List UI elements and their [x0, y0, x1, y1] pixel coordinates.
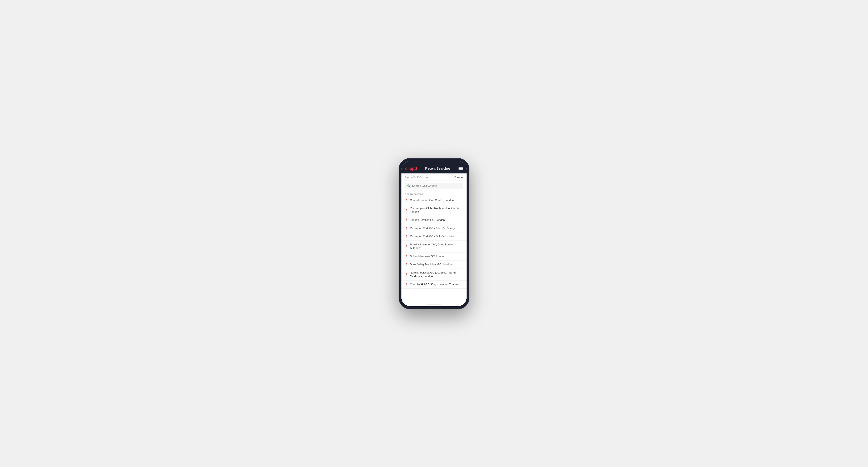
course-name: Brent Valley Municipal GC, London: [410, 262, 452, 267]
list-item[interactable]: 📍Roehampton Club - Roehampton, Greater L…: [401, 205, 467, 216]
location-pin-icon: 📍: [405, 199, 408, 202]
list-item[interactable]: 📍Royal Wimbledon GC, Great London Author…: [401, 241, 467, 252]
course-name: Royal Wimbledon GC, Great London Authori…: [410, 243, 463, 250]
home-bar: [427, 304, 441, 304]
course-list: 📍Central London Golf Centre, London📍Roeh…: [401, 196, 467, 302]
list-item[interactable]: 📍North Middlesex GC (1011942 - North Mid…: [401, 269, 467, 281]
location-pin-icon: 📍: [405, 263, 408, 266]
find-label: Find a Golf Course: [405, 176, 429, 179]
course-name: Richmond Park GC - Prince's, Surrey: [410, 226, 455, 230]
location-pin-icon: 📍: [405, 245, 408, 248]
location-pin-icon: 📍: [405, 273, 408, 276]
course-name: Richmond Park GC - Duke's, London: [410, 235, 455, 238]
list-item[interactable]: 📍Dukes Meadows GC, London: [401, 252, 467, 261]
list-item[interactable]: 📍Coombe Hill GC, Kingston upon Thames: [401, 281, 467, 289]
location-pin-icon: 📍: [405, 227, 408, 230]
phone-screen: clippd Recent Searches Find a Golf Cours…: [401, 161, 467, 306]
course-name: Coombe Hill GC, Kingston upon Thames: [410, 283, 459, 286]
search-container: 🔍: [401, 181, 467, 191]
search-input[interactable]: [412, 184, 461, 188]
menu-icon[interactable]: [459, 167, 463, 170]
list-item[interactable]: 📍Central London Golf Centre, London: [401, 196, 467, 205]
course-name: Roehampton Club - Roehampton, Greater Lo…: [410, 207, 463, 214]
list-item[interactable]: 📍Brent Valley Municipal GC, London: [401, 260, 467, 269]
content-area: Find a Golf Course Cancel 🔍 Nearby cours…: [401, 174, 467, 302]
location-pin-icon: 📍: [405, 255, 408, 258]
cancel-button[interactable]: Cancel: [455, 176, 463, 179]
course-name: Central London Golf Centre, London: [410, 198, 454, 202]
location-pin-icon: 📍: [405, 283, 408, 286]
location-pin-icon: 📍: [405, 235, 408, 238]
location-pin-icon: 📍: [405, 209, 408, 212]
course-name: Dukes Meadows GC, London: [410, 255, 445, 258]
course-name: North Middlesex GC (1011942 - North Midd…: [410, 271, 463, 278]
status-bar: [401, 161, 467, 164]
list-item[interactable]: 📍Richmond Park GC - Duke's, London: [401, 232, 467, 241]
find-header: Find a Golf Course Cancel: [401, 174, 467, 181]
app-header: clippd Recent Searches: [401, 164, 467, 174]
search-box: 🔍: [405, 183, 463, 189]
header-title: Recent Searches: [425, 166, 450, 170]
course-name: London Scottish GC, London: [410, 218, 445, 222]
nearby-section-label: Nearby courses: [401, 191, 467, 196]
search-icon: 🔍: [407, 184, 411, 188]
location-pin-icon: 📍: [405, 219, 408, 222]
phone-frame: clippd Recent Searches Find a Golf Cours…: [399, 158, 469, 309]
app-logo: clippd: [405, 166, 417, 171]
list-item[interactable]: 📍London Scottish GC, London: [401, 216, 467, 224]
list-item[interactable]: 📍Richmond Park GC - Prince's, Surrey: [401, 224, 467, 233]
home-indicator: [401, 302, 467, 306]
